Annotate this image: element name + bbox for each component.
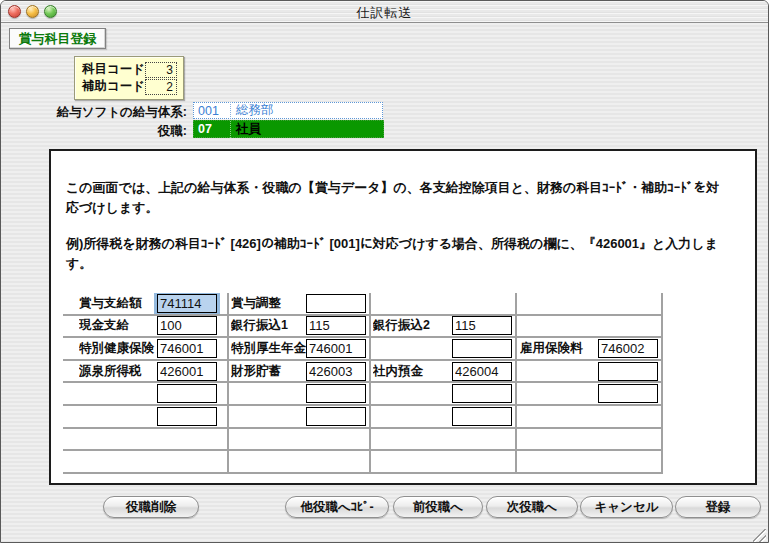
account-code-input[interactable] (598, 384, 658, 403)
position-label: 役職: (37, 123, 187, 140)
grid-cell (515, 316, 661, 337)
grid-divider (661, 293, 663, 474)
aux-code-row: 補助コード 2 (82, 78, 177, 95)
account-code-input[interactable] (452, 316, 512, 335)
account-code-input[interactable] (598, 362, 658, 381)
grid-cell (515, 383, 661, 404)
account-code-input[interactable] (157, 316, 217, 335)
app-window: 仕訳転送 賞与科目登録 科目コード 3 補助コード 2 給与ソフトの給与体系: … (0, 0, 769, 543)
account-code-input[interactable] (157, 362, 217, 381)
grid-row: 賞与支給額賞与調整 (63, 293, 663, 316)
delete-position-button[interactable]: 役職削除 (103, 496, 199, 518)
grid-cell: 特別健康保険 (63, 338, 227, 359)
account-code-input[interactable] (306, 362, 366, 381)
window-title: 仕訳転送 (1, 4, 768, 22)
grid-row: 現金支給銀行振込1銀行振込2 (63, 316, 663, 339)
account-code-input[interactable] (452, 339, 512, 358)
subject-code-row: 科目コード 3 (82, 61, 177, 78)
account-code-input[interactable] (306, 294, 366, 313)
screen-mode-label: 賞与科目登録 (9, 28, 106, 49)
account-code-input[interactable] (452, 384, 512, 403)
grid-cell (369, 406, 515, 427)
grid-row (63, 429, 663, 452)
instructions: この画面では、上記の給与体系・役職の【賞与データ】の、各支給控除項目と、財務の科… (66, 178, 728, 275)
grid-row: 特別健康保険特別厚生年金雇用保険料 (63, 338, 663, 361)
grid-cell: 銀行振込2 (369, 316, 515, 337)
grid-divider (515, 293, 517, 474)
position-field[interactable]: 07 社員 (193, 120, 384, 138)
mapping-grid: 賞与支給額賞与調整現金支給銀行振込1銀行振込2特別健康保険特別厚生年金雇用保険料… (63, 293, 663, 474)
previous-position-button[interactable]: 前役職へ (393, 496, 483, 518)
field-label: 特別厚生年金 (231, 340, 306, 357)
grid-cell (369, 429, 515, 450)
account-code-input[interactable] (157, 294, 217, 313)
grid-cell (227, 451, 369, 472)
grid-cell (63, 451, 227, 472)
account-code-input[interactable] (306, 316, 366, 335)
grid-row (63, 406, 663, 429)
grid-cell (515, 293, 661, 314)
aux-code-label: 補助コード (82, 78, 145, 95)
account-code-input[interactable] (157, 339, 217, 358)
grid-cell: 賞与支給額 (63, 293, 227, 314)
register-button[interactable]: 登録 (675, 496, 761, 518)
grid-row: 源泉所得税財形貯蓄社内預金 (63, 361, 663, 384)
account-code-input[interactable] (452, 362, 512, 381)
field-label: 賞与支給額 (79, 295, 157, 312)
grid-cell: 雇用保険料 (515, 338, 661, 359)
grid-cell: 現金支給 (63, 316, 227, 337)
grid-cell (369, 293, 515, 314)
grid-cell (227, 429, 369, 450)
aux-code-field[interactable]: 2 (145, 79, 177, 95)
payroll-system-field[interactable]: 001 総務部 (193, 102, 383, 119)
field-label: 現金支給 (79, 317, 157, 334)
grid-cell (369, 383, 515, 404)
account-code-input[interactable] (306, 339, 366, 358)
grid-cell (515, 361, 661, 382)
grid-cell: 銀行振込1 (227, 316, 369, 337)
grid-row (63, 383, 663, 406)
position-code: 07 (194, 122, 230, 136)
grid-cell: 源泉所得税 (63, 361, 227, 382)
field-label: 雇用保険料 (520, 340, 598, 357)
next-position-button[interactable]: 次役職へ (486, 496, 578, 518)
grid-cell (227, 406, 369, 427)
payroll-system-name: 総務部 (230, 102, 382, 119)
account-code-input[interactable] (452, 407, 512, 426)
position-name: 社員 (230, 121, 383, 138)
instructions-paragraph-1: この画面では、上記の給与体系・役職の【賞与データ】の、各支給控除項目と、財務の科… (66, 178, 728, 218)
grid-divider (227, 293, 229, 474)
mapping-panel: この画面では、上記の給与体系・役職の【賞与データ】の、各支給控除項目と、財務の科… (49, 149, 757, 485)
field-label: 銀行振込2 (373, 317, 452, 334)
grid-cell (369, 451, 515, 472)
grid-cell (515, 429, 661, 450)
account-code-input[interactable] (157, 384, 217, 403)
grid-row (63, 451, 663, 474)
grid-cell (63, 406, 227, 427)
field-label: 社内預金 (373, 363, 452, 380)
account-code-input[interactable] (306, 407, 366, 426)
title-bar[interactable]: 仕訳転送 (1, 1, 768, 23)
subject-code-field[interactable]: 3 (145, 62, 177, 78)
grid-cell: 社内預金 (369, 361, 515, 382)
field-label: 財形貯蓄 (231, 363, 306, 380)
grid-cell (515, 406, 661, 427)
grid-cell (63, 429, 227, 450)
account-code-input[interactable] (306, 384, 366, 403)
account-code-input[interactable] (598, 339, 658, 358)
account-code-input[interactable] (157, 407, 217, 426)
grid-cell (227, 383, 369, 404)
resize-handle-icon[interactable] (753, 529, 766, 542)
window-content: 賞与科目登録 科目コード 3 補助コード 2 給与ソフトの給与体系: 001 総… (1, 23, 768, 543)
subject-code-label: 科目コード (82, 61, 145, 78)
grid-cell (369, 338, 515, 359)
grid-cell (63, 383, 227, 404)
field-label: 源泉所得税 (79, 363, 157, 380)
payroll-system-label: 給与ソフトの給与体系: (37, 104, 187, 121)
payroll-system-code: 001 (194, 104, 230, 118)
cancel-button[interactable]: キャンセル (580, 496, 673, 518)
field-label: 特別健康保険 (79, 340, 157, 357)
copy-to-other-position-button[interactable]: 他役職へｺﾋﾟ- (285, 496, 389, 518)
field-label: 賞与調整 (231, 295, 306, 312)
grid-cell: 財形貯蓄 (227, 361, 369, 382)
